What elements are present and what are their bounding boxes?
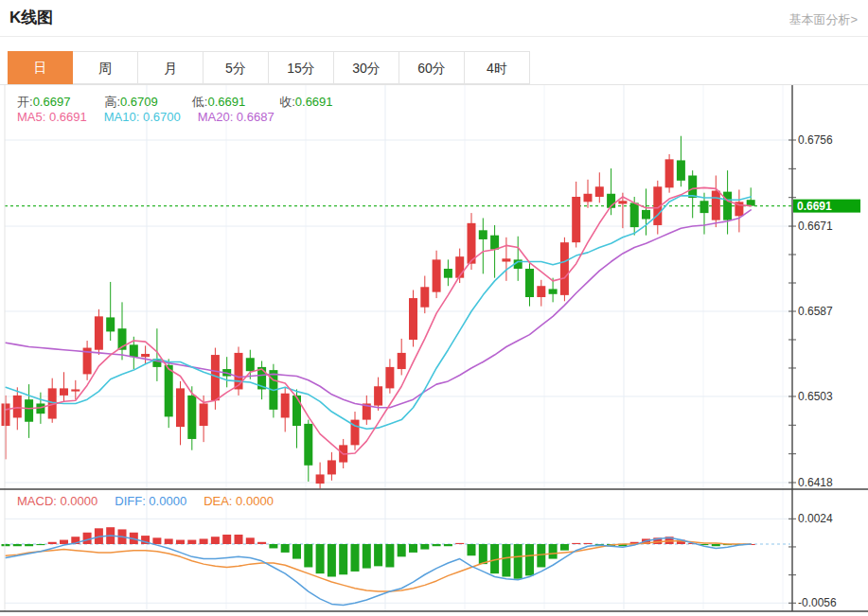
macd-hist-bar	[152, 537, 161, 544]
candle-body	[187, 396, 196, 439]
current-price-badge-label: 0.6691	[797, 200, 832, 213]
axis-label: 0.6587	[798, 305, 833, 318]
candle-body	[106, 317, 115, 331]
macd-hist-bar	[222, 535, 231, 544]
tab-15分[interactable]: 15分	[269, 51, 334, 84]
macd-hist-bar	[328, 544, 336, 576]
tab-月[interactable]: 月	[138, 51, 204, 84]
candle-body	[176, 388, 185, 427]
candle-body	[2, 403, 10, 426]
axis-label: 0.6418	[798, 476, 833, 489]
legend-item: MA5: 0.6691	[17, 110, 87, 124]
candle-body	[572, 197, 580, 242]
macd-hist-bar	[339, 544, 347, 574]
macd-hist-bar	[60, 540, 68, 544]
candle-body	[630, 202, 639, 227]
macd-hist-bar	[235, 535, 243, 544]
interval-tabbar: 日周月5分15分30分60分4时	[8, 51, 530, 84]
candle-body	[281, 394, 290, 418]
macd-hist-bar	[246, 537, 255, 544]
macd-hist-bar	[502, 544, 510, 576]
ma5-line	[6, 187, 751, 454]
axis-label: -0.0056	[798, 596, 837, 609]
candle-body	[71, 389, 80, 391]
macd-hist-bar	[257, 542, 266, 544]
candle-body	[712, 191, 720, 220]
candle-body	[374, 386, 382, 405]
fundamental-analysis-link[interactable]: 基本面分析>	[788, 11, 858, 28]
macd-hist-bar	[712, 544, 720, 546]
tab-日[interactable]: 日	[8, 51, 73, 84]
ohlc-legend: 开:0.6697高:0.6709低:0.6691收:0.6691	[17, 94, 367, 111]
candle-body	[60, 388, 68, 395]
candle-body	[502, 258, 510, 261]
candle-body	[665, 159, 674, 187]
candle-body	[490, 236, 499, 250]
legend-item: 收:0.6691	[279, 95, 349, 109]
tab-30分[interactable]: 30分	[334, 51, 399, 84]
macd-hist-bar	[420, 544, 429, 550]
candle-body	[130, 344, 138, 357]
candle-body	[141, 354, 150, 357]
tab-周[interactable]: 周	[73, 51, 138, 84]
tab-5分[interactable]: 5分	[204, 51, 269, 84]
macd-hist-bar	[537, 544, 545, 567]
macd-hist-bar	[351, 544, 360, 572]
tab-60分[interactable]: 60分	[399, 51, 465, 84]
macd-hist-bar	[560, 544, 569, 551]
candle-body	[165, 365, 173, 417]
candle-body	[25, 399, 33, 422]
candle-body	[200, 403, 208, 426]
legend-item: 高:0.6709	[104, 95, 174, 109]
macd-hist-bar	[281, 544, 290, 553]
kline-chart-area[interactable]: 0.67560.66710.65870.65030.64180.0024-0.0…	[0, 0, 868, 616]
macd-hist-bar	[363, 544, 371, 569]
candle-body	[292, 396, 301, 426]
macd-legend: MACD: 0.0000DIFF: 0.0000DEA: 0.0000	[17, 494, 291, 508]
ma-legend: MA5: 0.6691MA10: 0.6700MA20: 0.6687	[17, 110, 292, 124]
macd-hist-bar	[398, 544, 406, 556]
candle-body	[642, 210, 650, 220]
candle-body	[584, 194, 593, 202]
candle-body	[246, 358, 255, 371]
legend-item: DIFF: 0.0000	[115, 494, 186, 508]
title-divider	[0, 36, 868, 37]
candle-body	[409, 298, 417, 340]
macd-hist-bar	[36, 544, 44, 545]
candle-body	[560, 242, 569, 295]
macd-hist-bar	[187, 540, 196, 544]
macd-hist-bar	[409, 544, 417, 553]
candle-body	[700, 201, 709, 213]
macd-hist-bar	[165, 538, 173, 544]
legend-item: DEA: 0.0000	[204, 494, 274, 508]
macd-hist-bar	[549, 544, 558, 559]
macd-hist-bar	[525, 544, 534, 575]
macd-hist-bar	[572, 543, 580, 544]
candle-body	[398, 353, 406, 369]
candle-body	[316, 474, 325, 484]
legend-item: 低:0.6691	[192, 95, 262, 109]
macd-hist-bar	[433, 544, 441, 546]
macd-hist-bar	[385, 544, 394, 567]
page-title: K线图	[9, 7, 53, 28]
macd-hist-bar	[468, 544, 476, 555]
candle-body	[235, 353, 243, 390]
macd-hist-bar	[584, 543, 593, 544]
tab-4时[interactable]: 4时	[465, 51, 530, 84]
macd-hist-bar	[25, 544, 33, 546]
axis-label: 0.6756	[798, 133, 833, 147]
candle-body	[677, 160, 685, 180]
macd-hist-bar	[514, 544, 523, 579]
candle-body	[433, 259, 441, 291]
macd-hist-bar	[292, 544, 301, 559]
macd-hist-bar	[2, 544, 10, 546]
candle-body	[420, 287, 429, 307]
macd-hist-bar	[269, 544, 277, 548]
axis-label: 0.0024	[798, 512, 833, 525]
candle-body	[688, 175, 697, 198]
candle-body	[618, 201, 627, 203]
macd-hist-bar	[316, 544, 325, 573]
candle-body	[595, 186, 604, 197]
candle-body	[723, 192, 732, 220]
candle-body	[328, 460, 336, 474]
